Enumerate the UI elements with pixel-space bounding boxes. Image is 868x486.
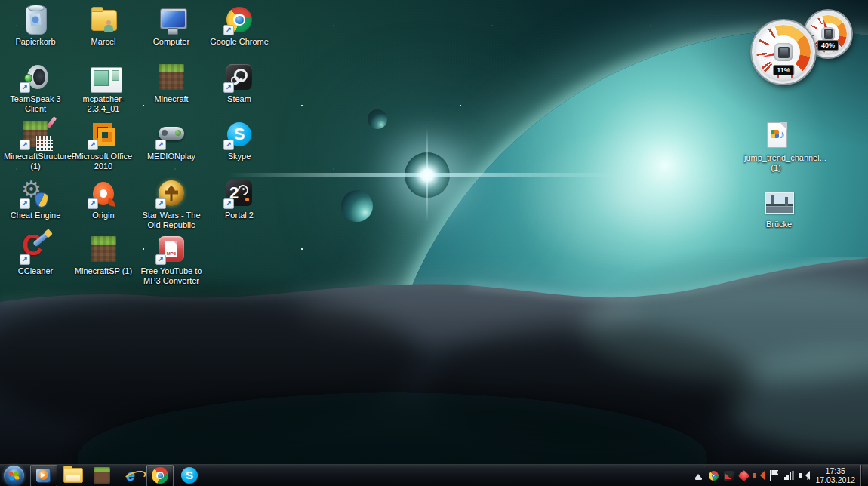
desktop-icon-skype[interactable]: S ↗ Skype	[208, 119, 271, 161]
taskbar-item-windows-media-player[interactable]: ▶	[30, 465, 57, 486]
windows-media-player-icon: ▶	[35, 467, 52, 484]
icon-label: Google Chrome	[208, 37, 271, 47]
show-desktop-button[interactable]	[860, 465, 868, 486]
show-hidden-icons-button[interactable]	[692, 469, 705, 482]
desktop-icon-microsoft-office[interactable]: ↗ Microsoft Office 2010	[72, 119, 135, 171]
windows-logo-icon	[8, 471, 19, 481]
icon-label: Steam	[208, 94, 271, 104]
icon-label: Marcel	[72, 37, 135, 47]
grid-overlay-icon	[36, 136, 53, 151]
taskbar-item-internet-explorer[interactable]: e	[118, 466, 143, 486]
shortcut-arrow-icon: ↗	[223, 25, 234, 35]
icon-label: Origin	[72, 211, 135, 220]
patcher-window-icon	[91, 67, 122, 93]
shortcut-arrow-icon: ↗	[20, 198, 30, 209]
icon-label: Free YouTube to MP3 Converter	[140, 266, 203, 286]
icon-label: mcpatcher-2.3.4_01	[72, 94, 135, 114]
gamepad-icon	[159, 127, 184, 140]
speaker-icon	[799, 471, 809, 480]
wallpaper-small-moon-dark	[368, 109, 387, 129]
icon-label: Computer	[140, 37, 203, 47]
icon-label: MinecraftStructureP... (1)	[4, 152, 67, 171]
ram-icon	[821, 27, 835, 41]
taskbar-item-windows-explorer[interactable]	[60, 466, 86, 486]
desktop-icon-minecraft-structure-planner[interactable]: ↗ MinecraftStructureP... (1)	[4, 119, 67, 171]
clock-time: 17:35	[815, 466, 855, 475]
network-signal-icon	[784, 471, 794, 480]
photo-thumbnail-icon	[765, 192, 794, 214]
wallpaper-terrain	[0, 257, 868, 486]
cpu-icon	[774, 43, 793, 61]
skype-logo-icon: S	[181, 467, 198, 484]
shortcut-arrow-icon: ↗	[20, 140, 30, 150]
desktop-icon-jump-trend-channel[interactable]: ♪ jump_trend_channel... (1)	[744, 121, 808, 173]
shortcut-arrow-icon: ↗	[155, 198, 166, 209]
shield-icon	[35, 192, 48, 208]
shortcut-arrow-icon: ↗	[223, 82, 234, 93]
desktop-icon-computer[interactable]: Computer	[140, 5, 203, 47]
icon-label: Star Wars - The Old Republic	[140, 211, 203, 230]
cpu-usage-value: 11%	[773, 65, 794, 75]
recycle-bin-icon	[26, 6, 47, 35]
explorer-folder-icon	[63, 468, 83, 483]
icon-label: jump_trend_channel... (1)	[744, 153, 808, 173]
shortcut-arrow-icon: ↗	[20, 254, 30, 265]
taskbar-clock[interactable]: 17:35 17.03.2012	[811, 466, 860, 484]
icon-label: Minecraft	[140, 94, 203, 104]
desktop-icon-steam[interactable]: ↗ Steam	[208, 62, 271, 104]
cpu-gauge-gadget[interactable]: 11%	[752, 20, 815, 84]
computer-monitor-icon	[160, 8, 187, 29]
desktop-icon-teamspeak[interactable]: ↗ TeamSpeak 3 Client	[4, 62, 67, 114]
shortcut-arrow-icon: ↗	[88, 198, 98, 209]
person-icon	[104, 20, 113, 32]
internet-explorer-icon: e	[126, 467, 135, 484]
desktop-icon-origin[interactable]: ↗ Origin	[72, 178, 135, 220]
taskbar-item-skype[interactable]: S	[177, 466, 202, 486]
shortcut-arrow-icon: ↗	[20, 82, 30, 93]
speaker-red-icon	[753, 471, 764, 480]
ram-usage-value: 40%	[817, 40, 839, 51]
desktop-icon-marcel[interactable]: Marcel	[72, 5, 135, 47]
media-file-icon: ♪	[767, 122, 787, 148]
desktop-icon-papierkorb[interactable]: Papierkorb	[4, 5, 67, 47]
taskbar: ▶ e S	[0, 464, 868, 486]
network-status-button[interactable]	[783, 469, 796, 482]
desktop-icon-bruecke[interactable]: Brücke	[747, 187, 811, 229]
tray-app-dark-red-icon[interactable]	[722, 469, 735, 482]
icon-label: Portal 2	[208, 211, 271, 220]
desktop-icon-ccleaner[interactable]: C ↗ CCleaner	[4, 234, 67, 276]
clock-date: 17.03.2012	[815, 475, 855, 484]
volume-button[interactable]	[798, 469, 811, 482]
taskbar-item-minecraft[interactable]	[89, 466, 115, 486]
system-tray	[691, 465, 811, 486]
shortcut-arrow-icon: ↗	[155, 254, 166, 265]
icon-label: MinecraftSP (1)	[72, 266, 135, 276]
icon-label: Brücke	[747, 220, 811, 229]
minecraft-block-icon	[91, 236, 116, 262]
icon-label: TeamSpeak 3 Client	[4, 94, 67, 114]
desktop-icon-swtor[interactable]: ↗ Star Wars - The Old Republic	[140, 178, 203, 230]
desktop-icon-mcpatcher[interactable]: mcpatcher-2.3.4_01	[72, 62, 135, 114]
taskbar-item-google-chrome[interactable]	[146, 465, 174, 486]
icon-label: Microsoft Office 2010	[72, 152, 135, 171]
start-button[interactable]	[4, 466, 24, 486]
desktop-icon-minecraft[interactable]: Minecraft	[140, 62, 203, 104]
shortcut-arrow-icon: ↗	[155, 140, 166, 150]
tray-app-red-icon[interactable]	[737, 469, 750, 482]
shortcut-arrow-icon: ↗	[88, 140, 98, 150]
desktop-icon-youtube-mp3[interactable]: MP3 ↗ Free YouTube to MP3 Converter	[140, 234, 203, 286]
desktop-icon-cheat-engine[interactable]: ⚙ ↗ Cheat Engine	[4, 178, 67, 220]
desktop-icon-portal-2[interactable]: 2 ↗ Portal 2	[208, 178, 271, 220]
tray-chrome-icon[interactable]	[707, 469, 720, 482]
music-note-icon: ♪	[780, 128, 786, 140]
desktop-icon-google-chrome[interactable]: ↗ Google Chrome	[208, 5, 271, 47]
chevron-up-icon	[695, 471, 701, 478]
desktop-icon-minecraftsp[interactable]: MinecraftSP (1)	[72, 234, 135, 276]
wallpaper-star-sun	[405, 152, 450, 198]
icon-label: Skype	[208, 152, 271, 161]
desktop-icon-medionplay[interactable]: ↗ MEDIONplay	[140, 119, 203, 161]
shortcut-arrow-icon: ↗	[223, 198, 234, 209]
tray-audio-device-icon[interactable]	[753, 469, 765, 482]
wallpaper-small-moon-teal	[341, 190, 373, 222]
action-center-button[interactable]	[768, 469, 780, 482]
